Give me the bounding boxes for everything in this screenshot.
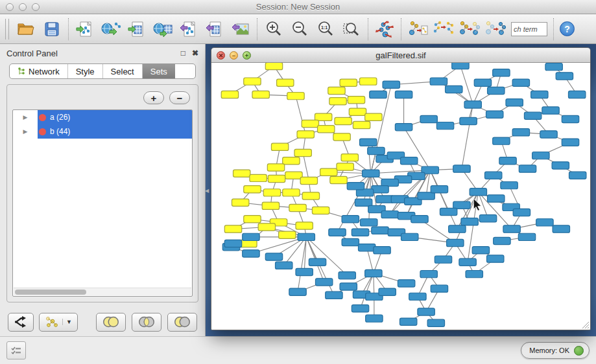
difference-networks-icon <box>484 19 507 39</box>
toolbar-drag-handle[interactable] <box>5 19 9 40</box>
export-table-button[interactable] <box>202 17 228 41</box>
import-table-url-button[interactable] <box>150 17 176 41</box>
control-panel-tabbar: Network Style Select Sets <box>9 63 196 79</box>
set-row-a[interactable]: ▶ a (26) <box>13 110 192 124</box>
open-folder-icon <box>16 21 36 38</box>
maximize-network-window-button[interactable]: + <box>243 51 251 60</box>
network-to-file-icon <box>407 19 428 39</box>
intersect-sets-button[interactable] <box>132 313 161 332</box>
control-panel-title: Control Panel <box>6 49 181 58</box>
export-network-icon <box>179 20 198 38</box>
apply-layout-button[interactable] <box>372 17 398 41</box>
close-panel-button[interactable]: ✖ <box>192 49 198 58</box>
import-table-web-icon <box>152 20 173 38</box>
expand-arrow-icon[interactable]: ▶ <box>23 114 28 120</box>
network-window[interactable]: ✕ − + galFiltered.sif <box>211 47 591 330</box>
network-desktop: ◀ ✕ − + galFiltered.sif <box>206 44 596 336</box>
search-input[interactable] <box>511 22 547 36</box>
remove-set-button[interactable]: − <box>169 91 190 104</box>
sets-actions: ▼ <box>0 308 205 336</box>
zoom-in-icon <box>265 20 283 38</box>
memory-status-button[interactable]: Memory: OK <box>521 342 590 359</box>
import-network-file-button[interactable] <box>72 17 98 41</box>
task-list-icon <box>11 346 21 355</box>
app-titlebar: Session: New Session <box>0 0 596 14</box>
difference-networks-button[interactable] <box>483 17 508 41</box>
main-toolbar: 1:1 <box>0 14 596 44</box>
resize-grip[interactable] <box>580 320 589 328</box>
tab-select[interactable]: Select <box>103 64 143 78</box>
union-networks-button[interactable] <box>431 17 457 41</box>
close-network-window-button[interactable]: ✕ <box>217 51 225 60</box>
venn-union-icon <box>101 315 121 328</box>
export-image-icon <box>231 20 250 38</box>
add-set-button[interactable]: + <box>143 91 164 104</box>
yellow-network-icon <box>45 315 59 328</box>
close-window-button[interactable] <box>6 3 14 11</box>
control-panel: Control Panel □ ✖ Network Style <box>0 44 206 336</box>
export-table-icon <box>205 20 224 38</box>
memory-ok-indicator-icon <box>574 346 584 356</box>
set-label: a (26) <box>50 113 70 122</box>
create-set-from-network-button[interactable]: ▼ <box>39 313 78 332</box>
import-network-web-icon <box>101 20 121 38</box>
zoom-actual-size-button[interactable]: 1:1 <box>313 17 339 41</box>
toolbar-separator <box>257 18 257 40</box>
toolbar-separator <box>68 18 69 40</box>
collapse-panel-arrow[interactable]: ◀ <box>205 188 209 194</box>
difference-sets-button[interactable] <box>167 313 197 332</box>
floppy-disk-icon <box>43 21 60 38</box>
network-window-title: galFiltered.sif <box>375 51 425 60</box>
tab-style[interactable]: Style <box>68 64 103 78</box>
zoom-window-button[interactable] <box>32 3 40 11</box>
fork-arrows-icon <box>14 315 28 328</box>
set-label: b (44) <box>50 127 70 136</box>
toolbar-separator <box>368 18 368 40</box>
intersect-networks-icon <box>459 19 481 39</box>
horizontal-scrollbar[interactable] <box>14 288 191 295</box>
svg-text:1:1: 1:1 <box>321 25 328 30</box>
status-bar: Memory: OK <box>0 336 596 364</box>
import-table-file-button[interactable] <box>124 17 150 41</box>
toolbar-separator <box>401 18 401 40</box>
set-color-icon <box>39 114 46 121</box>
save-session-button[interactable] <box>39 17 65 41</box>
union-networks-icon <box>433 19 455 39</box>
copy-network-to-clipboard-button[interactable] <box>405 17 431 41</box>
split-set-button[interactable] <box>8 313 34 332</box>
float-panel-button[interactable]: □ <box>181 49 185 58</box>
scrollbar-thumb[interactable] <box>15 290 86 295</box>
intersect-networks-button[interactable] <box>457 17 483 41</box>
zoom-in-button[interactable] <box>261 17 287 41</box>
open-session-button[interactable] <box>13 17 39 41</box>
dropdown-caret-icon[interactable]: ▼ <box>62 319 72 325</box>
task-history-button[interactable] <box>6 341 26 359</box>
import-network-file-icon <box>75 20 95 38</box>
zoom-selected-region-button[interactable] <box>339 17 364 41</box>
zoom-selection-icon <box>342 20 361 38</box>
set-row-b[interactable]: ▶ b (44) <box>13 124 192 139</box>
zoom-out-button[interactable] <box>287 17 313 41</box>
window-controls <box>6 3 40 11</box>
import-network-url-button[interactable] <box>98 17 124 41</box>
help-button[interactable]: ? <box>560 21 575 36</box>
tab-network[interactable]: Network <box>10 64 68 78</box>
union-sets-button[interactable] <box>96 313 126 332</box>
minimize-window-button[interactable] <box>19 3 27 11</box>
import-table-file-icon <box>127 20 147 38</box>
export-network-button[interactable] <box>176 17 202 41</box>
network-window-titlebar[interactable]: ✕ − + galFiltered.sif <box>211 48 590 63</box>
expand-arrow-icon[interactable]: ▶ <box>23 128 28 135</box>
minimize-network-window-button[interactable]: − <box>230 51 238 60</box>
tab-sets[interactable]: Sets <box>143 64 175 78</box>
export-image-button[interactable] <box>228 17 254 41</box>
set-color-icon <box>39 128 46 135</box>
venn-intersection-icon <box>137 315 156 328</box>
layout-icon <box>374 19 395 39</box>
zoom-out-icon <box>291 20 309 38</box>
network-canvas[interactable] <box>211 63 590 330</box>
toolbar-separator <box>553 18 554 40</box>
zoom-one-to-one-icon: 1:1 <box>316 20 335 38</box>
network-view[interactable] <box>211 63 590 330</box>
sets-list: ▶ a (26) ▶ b (44) <box>12 109 193 297</box>
